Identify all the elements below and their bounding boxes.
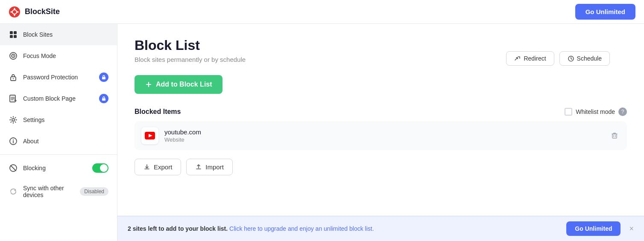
sidebar-label-about: About xyxy=(23,138,108,145)
svg-point-16 xyxy=(13,139,14,140)
banner-upgrade-link[interactable]: Click here to upgrade and enjoy an unlim… xyxy=(229,225,374,232)
custom-block-page-lock-badge xyxy=(99,94,108,103)
schedule-icon xyxy=(568,55,574,62)
sidebar-item-password-protection[interactable]: Password Protection xyxy=(0,67,117,88)
export-label: Export xyxy=(154,163,172,171)
blocked-item: youtube.com Website xyxy=(135,121,627,150)
banner-sites-left: 2 sites left to add to your block list. xyxy=(128,225,228,232)
redirect-icon xyxy=(514,55,521,62)
whitelist-label: Whitelist mode xyxy=(576,108,615,115)
sidebar-item-focus-mode[interactable]: Focus Mode xyxy=(0,45,117,67)
youtube-site-icon xyxy=(141,127,158,144)
banner-close-button[interactable]: × xyxy=(629,224,634,233)
blocked-items-title: Blocked Items xyxy=(135,108,181,116)
redirect-button[interactable]: Redirect xyxy=(506,51,554,66)
logo-text: BlockSite xyxy=(25,7,60,16)
content-inner: Block List Block sites permanently or by… xyxy=(117,24,644,216)
blocksite-logo-icon xyxy=(9,6,20,18)
svg-rect-22 xyxy=(612,134,617,138)
svg-point-8 xyxy=(13,55,14,57)
sidebar-divider xyxy=(0,154,117,155)
go-unlimited-button[interactable]: Go Unlimited xyxy=(575,4,635,20)
svg-rect-2 xyxy=(10,31,13,34)
sidebar-item-about[interactable]: About xyxy=(0,131,117,152)
blocking-toggle[interactable] xyxy=(92,163,108,173)
import-label: Import xyxy=(205,163,224,171)
sidebar-label-sync: Sync with other devices xyxy=(23,185,75,198)
svg-rect-5 xyxy=(14,35,17,38)
import-icon xyxy=(195,164,202,171)
sync-icon xyxy=(9,187,18,196)
sidebar: Block Sites Focus Mode Pas xyxy=(0,24,117,241)
title-section: Block List Block sites permanently or by… xyxy=(135,38,627,63)
sidebar-label-custom-block-page: Custom Block Page xyxy=(23,95,94,102)
svg-point-10 xyxy=(13,78,14,79)
logo-area: BlockSite xyxy=(9,6,60,18)
site-name: youtube.com xyxy=(164,128,603,136)
banner-text: 2 sites left to add to your block list. … xyxy=(128,225,561,232)
export-button[interactable]: Export xyxy=(135,159,181,175)
sidebar-label-block-sites: Block Sites xyxy=(23,31,108,38)
whitelist-area: Whitelist mode ? xyxy=(565,107,627,116)
blocked-header: Blocked Items Whitelist mode ? xyxy=(135,107,627,116)
sidebar-label-blocking: Blocking xyxy=(23,165,87,171)
sidebar-item-settings[interactable]: Settings xyxy=(0,109,117,131)
svg-rect-4 xyxy=(10,35,13,38)
add-to-block-list-button[interactable]: Add to Block List xyxy=(135,75,222,94)
export-icon xyxy=(143,164,150,171)
sync-disabled-badge: Disabled xyxy=(80,187,108,196)
header: BlockSite Go Unlimited xyxy=(0,0,644,24)
svg-point-1 xyxy=(12,10,17,14)
top-actions: Redirect Schedule xyxy=(506,51,610,66)
bottom-banner: 2 sites left to add to your block list. … xyxy=(117,216,644,241)
svg-rect-3 xyxy=(14,31,17,34)
sidebar-item-blocking[interactable]: Blocking xyxy=(0,157,117,179)
redirect-label: Redirect xyxy=(524,55,546,62)
svg-point-14 xyxy=(12,119,15,121)
bottom-actions: Export Import xyxy=(135,159,627,175)
plus-icon xyxy=(145,81,152,88)
info-icon xyxy=(9,136,18,146)
sidebar-item-sync[interactable]: Sync with other devices Disabled xyxy=(0,179,117,204)
sidebar-label-focus-mode: Focus Mode xyxy=(23,52,108,59)
help-icon[interactable]: ? xyxy=(618,107,627,116)
grid-icon xyxy=(9,30,18,39)
banner-go-unlimited-button[interactable]: Go Unlimited xyxy=(566,221,621,236)
lock-icon xyxy=(9,73,18,82)
whitelist-checkbox[interactable] xyxy=(565,108,572,116)
sidebar-item-block-sites[interactable]: Block Sites xyxy=(0,24,117,45)
schedule-label: Schedule xyxy=(577,55,602,62)
sidebar-item-custom-block-page[interactable]: Custom Block Page xyxy=(0,88,117,109)
password-protection-lock-badge xyxy=(99,73,108,82)
schedule-button[interactable]: Schedule xyxy=(559,51,610,66)
svg-rect-13 xyxy=(102,99,105,101)
content-area: Block List Block sites permanently or by… xyxy=(117,24,644,241)
svg-line-18 xyxy=(11,166,16,171)
gear-icon xyxy=(9,115,18,125)
add-button-label: Add to Block List xyxy=(156,81,212,88)
target-icon xyxy=(9,51,18,61)
import-button[interactable]: Import xyxy=(186,159,233,175)
site-info: youtube.com Website xyxy=(164,128,603,143)
edit-icon xyxy=(9,94,18,103)
delete-site-button[interactable] xyxy=(609,130,620,141)
svg-rect-11 xyxy=(102,77,105,80)
sidebar-label-settings: Settings xyxy=(23,116,108,123)
main-layout: Block Sites Focus Mode Pas xyxy=(0,24,644,241)
sidebar-label-password-protection: Password Protection xyxy=(23,74,94,81)
site-type: Website xyxy=(164,136,603,143)
blocking-icon xyxy=(9,163,18,173)
